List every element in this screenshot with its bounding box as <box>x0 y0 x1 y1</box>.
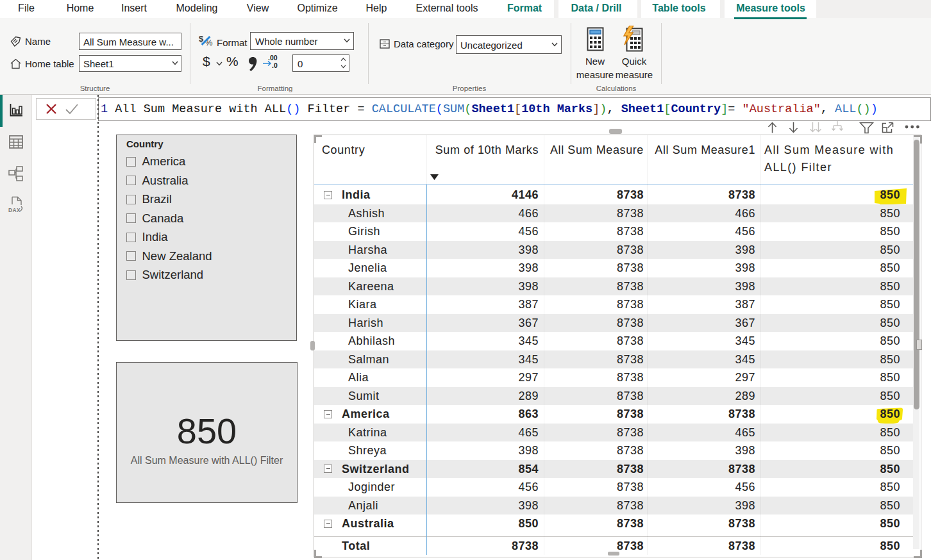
svg-text:DAX: DAX <box>8 207 21 213</box>
